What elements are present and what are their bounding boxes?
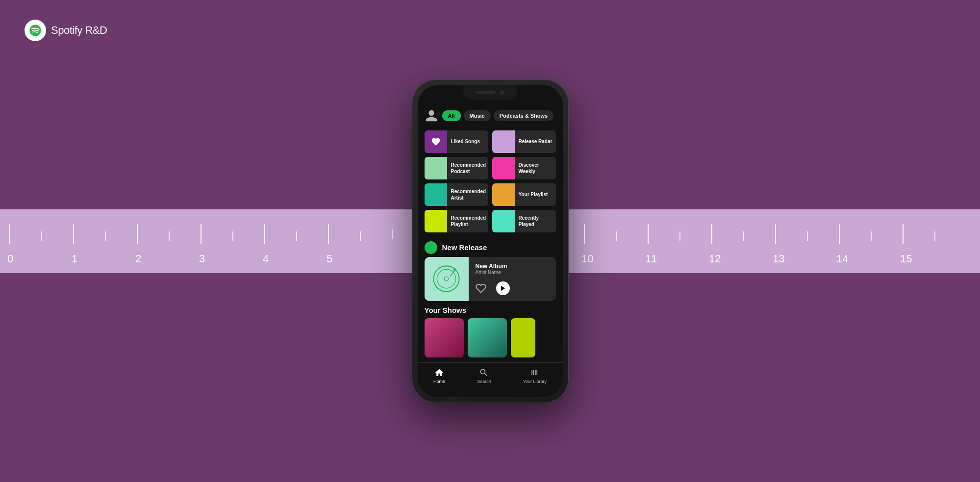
album-title-text: New Album Artist Name — [476, 263, 549, 275]
liked-songs-label: Liked Songs — [451, 138, 480, 145]
rec-artist-label: Recommended Artist — [451, 188, 488, 201]
nav-library[interactable]: Your Library — [523, 368, 547, 384]
svg-text:5: 5 — [327, 253, 332, 265]
filter-pills: All Music Podcasts & Shows Audiobo — [442, 110, 556, 121]
svg-text:12: 12 — [709, 253, 721, 265]
artist-name: Artist Name — [476, 270, 549, 275]
spotify-icon — [25, 20, 46, 41]
your-playlist-label: Your Playlist — [519, 191, 548, 198]
nav-home[interactable]: Home — [433, 368, 445, 384]
album-title: New Album — [476, 263, 549, 270]
grid-item-liked-songs[interactable]: Liked Songs — [425, 130, 488, 153]
liked-songs-thumb — [425, 130, 447, 153]
grid-item-your-playlist[interactable]: Your Playlist — [492, 183, 556, 206]
discover-weekly-thumb — [492, 157, 515, 179]
svg-text:13: 13 — [773, 253, 784, 265]
grid-item-rec-playlist[interactable]: Recommended Playlist — [425, 210, 488, 232]
grid-item-release-radar[interactable]: Release Radar — [492, 130, 556, 153]
svg-point-46 — [453, 268, 456, 271]
svg-text:3: 3 — [199, 253, 205, 265]
filter-podcasts[interactable]: Podcasts & Shows — [494, 110, 553, 121]
spotify-logo: Spotify R&D — [25, 20, 107, 41]
new-release-card[interactable]: New Album Artist Name — [425, 257, 556, 301]
rec-podcast-label: Recommended Podcast — [451, 162, 488, 175]
spotify-brand-text: Spotify R&D — [51, 24, 107, 37]
release-info: New Album Artist Name — [469, 257, 556, 301]
new-release-dot — [425, 241, 437, 254]
top-nav: All Music Podcasts & Shows Audiobo — [418, 105, 563, 127]
svg-point-44 — [444, 277, 448, 280]
heart-icon — [431, 137, 441, 147]
recently-played-label: Recently Played — [519, 215, 556, 228]
filter-all[interactable]: All — [442, 110, 461, 121]
show-card-1[interactable] — [425, 318, 464, 357]
nav-library-label: Your Library — [523, 379, 547, 384]
library-icon — [530, 368, 540, 378]
album-thumb — [425, 257, 469, 301]
nav-search-label: Search — [477, 379, 491, 384]
show-card-3[interactable] — [511, 318, 535, 357]
phone-wrapper: All Music Podcasts & Shows Audiobo Liked… — [412, 79, 569, 403]
your-shows-section: Your Shows — [418, 301, 563, 357]
grid-item-rec-artist[interactable]: Recommended Artist — [425, 183, 488, 206]
filter-music[interactable]: Music — [464, 110, 491, 121]
grid-item-discover-weekly[interactable]: Discover Weekly — [492, 157, 556, 179]
release-radar-thumb — [492, 130, 515, 153]
svg-text:15: 15 — [900, 253, 912, 265]
release-actions — [476, 281, 549, 295]
phone-notch — [463, 85, 517, 100]
shows-grid — [425, 318, 556, 357]
svg-text:0: 0 — [7, 253, 13, 265]
home-icon — [434, 368, 444, 378]
like-icon[interactable] — [476, 283, 486, 294]
grid-item-recently-played[interactable]: Recently Played — [492, 210, 556, 232]
rec-playlist-label: Recommended Playlist — [451, 215, 488, 228]
rec-playlist-thumb — [425, 210, 447, 232]
rec-podcast-thumb — [425, 157, 447, 179]
screen-content: All Music Podcasts & Shows Audiobo Liked… — [418, 85, 563, 397]
nav-home-label: Home — [433, 379, 445, 384]
vinyl-icon — [433, 265, 460, 292]
svg-text:10: 10 — [581, 253, 593, 265]
search-icon — [479, 368, 489, 378]
svg-text:1: 1 — [72, 253, 77, 265]
recently-played-thumb — [492, 210, 515, 232]
play-button[interactable] — [496, 281, 510, 295]
svg-text:11: 11 — [645, 253, 657, 265]
rec-artist-thumb — [425, 183, 447, 206]
your-shows-title: Your Shows — [425, 306, 556, 314]
phone-screen: All Music Podcasts & Shows Audiobo Liked… — [418, 85, 563, 397]
phone-outer: All Music Podcasts & Shows Audiobo Liked… — [412, 79, 569, 403]
spotify-logo-svg — [28, 24, 42, 37]
your-playlist-thumb — [492, 183, 515, 206]
play-icon — [500, 285, 506, 292]
svg-text:4: 4 — [263, 253, 269, 265]
notch-speaker — [476, 91, 496, 94]
new-release-header: New Release — [418, 236, 563, 257]
svg-text:14: 14 — [836, 253, 848, 265]
notch-camera — [500, 90, 504, 95]
svg-text:2: 2 — [135, 253, 141, 265]
nav-search[interactable]: Search — [477, 368, 491, 384]
svg-marker-47 — [501, 285, 504, 291]
new-release-title: New Release — [442, 243, 487, 252]
show-card-2[interactable] — [468, 318, 507, 357]
grid-item-rec-podcast[interactable]: Recommended Podcast — [425, 157, 488, 179]
release-radar-label: Release Radar — [519, 138, 553, 145]
discover-weekly-label: Discover Weekly — [519, 162, 556, 175]
bottom-nav: Home Search Your Library — [418, 362, 563, 394]
profile-icon[interactable] — [425, 109, 438, 123]
home-grid: Liked Songs Release Radar Recommended Po… — [418, 127, 563, 236]
